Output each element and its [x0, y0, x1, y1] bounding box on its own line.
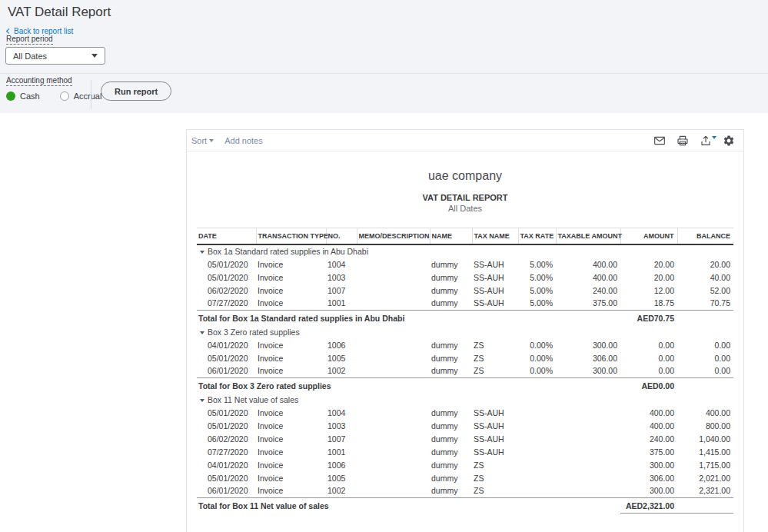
cell[interactable]: 05/01/2020: [197, 258, 256, 271]
collapse-triangle-icon[interactable]: [200, 399, 204, 402]
cell[interactable]: 12.00: [620, 284, 677, 297]
cell[interactable]: 06/02/2020: [197, 432, 256, 445]
cell[interactable]: Invoice: [256, 445, 326, 458]
cell[interactable]: ZS: [472, 338, 518, 351]
cell[interactable]: 06/02/2020: [197, 284, 256, 297]
transaction-row[interactable]: 04/01/2020Invoice1006dummyZS0.00%300.000…: [197, 338, 733, 351]
cell[interactable]: 20.00: [677, 258, 733, 271]
cell[interactable]: dummy: [430, 445, 472, 458]
cell[interactable]: ZS: [472, 458, 518, 471]
cell[interactable]: 300.00: [620, 458, 677, 471]
cell[interactable]: [357, 284, 430, 297]
cell[interactable]: dummy: [430, 271, 472, 284]
transaction-row[interactable]: 05/01/2020Invoice1004dummySS-AUH400.0040…: [197, 406, 733, 419]
cell[interactable]: dummy: [430, 432, 472, 445]
run-report-button[interactable]: Run report: [101, 81, 171, 101]
transaction-row[interactable]: 05/01/2020Invoice1004dummySS-AUH5.00%400…: [197, 258, 733, 271]
cell[interactable]: dummy: [430, 297, 472, 310]
cell[interactable]: [357, 458, 430, 471]
cell[interactable]: 5.00%: [518, 284, 556, 297]
cell[interactable]: ZS: [472, 364, 518, 377]
cell[interactable]: [357, 484, 430, 497]
add-notes-link[interactable]: Add notes: [224, 136, 263, 145]
print-icon[interactable]: [677, 134, 690, 147]
cell[interactable]: 1003: [326, 271, 357, 284]
cell[interactable]: Invoice: [256, 484, 326, 497]
accrual-radio[interactable]: [60, 91, 69, 101]
transaction-row[interactable]: 07/27/2020Invoice1001dummySS-AUH5.00%375…: [197, 297, 733, 310]
cell[interactable]: 05/01/2020: [197, 419, 256, 432]
email-icon[interactable]: [653, 134, 667, 147]
cell[interactable]: SS-AUH: [472, 284, 518, 297]
cell[interactable]: 1002: [326, 484, 357, 497]
cell[interactable]: [357, 471, 430, 484]
cell[interactable]: 400.00: [677, 406, 733, 419]
cell[interactable]: 0.00%: [518, 338, 556, 351]
transaction-row[interactable]: 06/02/2020Invoice1007dummySS-AUH240.001,…: [197, 432, 733, 445]
cell[interactable]: 20.00: [620, 258, 677, 271]
cell[interactable]: 1002: [326, 364, 357, 377]
cell[interactable]: SS-AUH: [472, 297, 518, 310]
cash-radio-label[interactable]: Cash: [20, 91, 40, 101]
cell[interactable]: 04/01/2020: [197, 458, 256, 471]
cell[interactable]: 0.00%: [518, 351, 556, 364]
cell[interactable]: 400.00: [620, 419, 677, 432]
report-period-select[interactable]: All Dates: [5, 47, 105, 65]
cell[interactable]: 375.00: [620, 445, 677, 458]
cell[interactable]: [357, 351, 430, 364]
cell[interactable]: [556, 484, 620, 497]
cell[interactable]: 400.00: [620, 406, 677, 419]
cell[interactable]: 1001: [326, 445, 357, 458]
cell[interactable]: 0.00: [677, 364, 733, 377]
transaction-row[interactable]: 05/01/2020Invoice1005dummyZS306.002,021.…: [197, 471, 733, 484]
cell[interactable]: [518, 471, 556, 484]
cell[interactable]: ZS: [472, 351, 518, 364]
cell[interactable]: 1004: [326, 258, 357, 271]
cell[interactable]: 800.00: [677, 419, 733, 432]
cell[interactable]: Invoice: [256, 297, 326, 310]
cell[interactable]: 1,415.00: [677, 445, 733, 458]
cell[interactable]: [357, 406, 430, 419]
cell[interactable]: SS-AUH: [472, 258, 518, 271]
cell[interactable]: 04/01/2020: [197, 338, 256, 351]
cell[interactable]: Invoice: [256, 364, 326, 377]
cell[interactable]: Invoice: [256, 351, 326, 364]
cell[interactable]: [518, 484, 556, 497]
cell[interactable]: 05/01/2020: [197, 271, 256, 284]
cell[interactable]: SS-AUH: [472, 445, 518, 458]
section-header-row[interactable]: Box 3 Zero rated supplies: [197, 325, 733, 338]
cell[interactable]: [518, 419, 556, 432]
cash-radio[interactable]: [6, 91, 15, 101]
cell[interactable]: [556, 432, 620, 445]
cell[interactable]: dummy: [430, 258, 472, 271]
cell[interactable]: 240.00: [556, 284, 620, 297]
cell[interactable]: dummy: [430, 484, 472, 497]
cell[interactable]: 375.00: [556, 297, 620, 310]
cell[interactable]: [518, 445, 556, 458]
cell[interactable]: 1004: [326, 406, 357, 419]
sort-dropdown[interactable]: Sort: [191, 136, 214, 145]
cell[interactable]: 06/01/2020: [197, 364, 256, 377]
settings-icon[interactable]: [723, 134, 736, 147]
cell[interactable]: SS-AUH: [472, 271, 518, 284]
cell[interactable]: [556, 458, 620, 471]
transaction-row[interactable]: 06/01/2020Invoice1002dummyZS300.002,321.…: [197, 484, 733, 497]
cell[interactable]: 306.00: [556, 351, 620, 364]
cell[interactable]: 1007: [326, 284, 357, 297]
cell[interactable]: [518, 432, 556, 445]
cell[interactable]: 1005: [326, 351, 357, 364]
cell[interactable]: 5.00%: [518, 258, 556, 271]
cell[interactable]: dummy: [430, 406, 472, 419]
cell[interactable]: 1,715.00: [677, 458, 733, 471]
transaction-row[interactable]: 07/27/2020Invoice1001dummySS-AUH375.001,…: [197, 445, 733, 458]
section-header-row[interactable]: Box 11 Net value of sales: [197, 393, 733, 406]
cell[interactable]: Invoice: [256, 458, 326, 471]
cell[interactable]: 300.00: [556, 338, 620, 351]
cell[interactable]: 400.00: [556, 271, 620, 284]
cell[interactable]: 70.75: [677, 297, 733, 310]
cell[interactable]: 20.00: [620, 271, 677, 284]
cell[interactable]: Invoice: [256, 419, 326, 432]
transaction-row[interactable]: 06/01/2020Invoice1002dummyZS0.00%300.000…: [197, 364, 733, 377]
cell[interactable]: [357, 445, 430, 458]
cell[interactable]: 0.00%: [518, 364, 556, 377]
